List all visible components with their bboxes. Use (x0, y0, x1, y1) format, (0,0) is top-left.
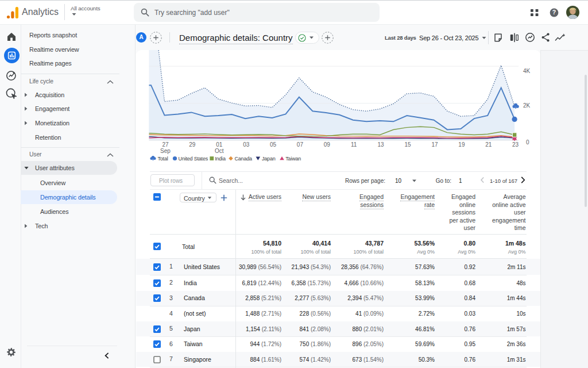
svg-text:Taiwan: Taiwan (285, 156, 301, 162)
svg-text:11: 11 (351, 141, 357, 148)
svg-text:0: 0 (526, 139, 529, 145)
svg-text:4K: 4K (523, 68, 531, 74)
svg-text:29: 29 (189, 141, 196, 148)
svg-text:15: 15 (405, 141, 412, 148)
svg-text:Sep: Sep (160, 148, 171, 154)
svg-text:23: 23 (512, 141, 519, 148)
svg-text:01: 01 (216, 141, 223, 148)
svg-text:27: 27 (162, 141, 169, 148)
svg-text:Oct: Oct (215, 148, 224, 154)
svg-text:?: ? (552, 9, 556, 16)
svg-text:19: 19 (458, 141, 465, 148)
svg-text:05: 05 (270, 141, 277, 148)
svg-text:09: 09 (324, 141, 331, 148)
svg-text:Japan: Japan (262, 156, 276, 162)
svg-text:United States: United States (179, 156, 208, 162)
svg-text:03: 03 (243, 141, 250, 148)
svg-text:17: 17 (431, 141, 438, 148)
svg-text:Total: Total (158, 156, 168, 162)
svg-text:13: 13 (378, 141, 385, 148)
svg-text:2K: 2K (523, 102, 531, 109)
svg-text:07: 07 (297, 141, 304, 148)
svg-text:Canada: Canada (235, 156, 253, 162)
svg-text:21: 21 (485, 141, 492, 148)
svg-text:India: India (215, 156, 226, 162)
